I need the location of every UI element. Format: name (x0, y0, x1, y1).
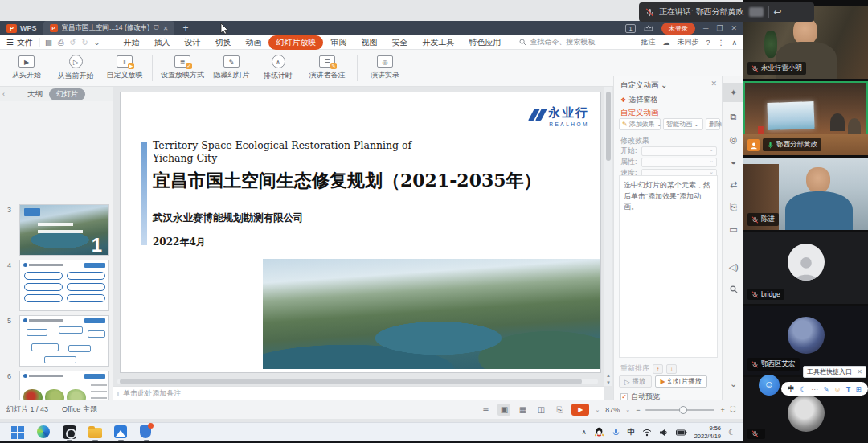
volume-icon[interactable] (659, 429, 669, 437)
delete-effect-button[interactable]: 删除 (706, 118, 720, 130)
start-button[interactable] (11, 425, 25, 439)
notes-toggle-icon[interactable]: ≣ (479, 404, 492, 416)
shapes-pane-icon[interactable]: ◎ (723, 129, 744, 149)
new-tab-button[interactable]: + (182, 23, 188, 34)
scroll-up-icon[interactable]: ▲ (604, 373, 612, 378)
fit-screen-icon[interactable]: ⛶ (731, 405, 735, 414)
zoom-in-icon[interactable]: + (720, 406, 724, 414)
flip-pane-icon[interactable]: ⧉ (723, 107, 744, 126)
slides-tab[interactable]: 幻灯片 (49, 88, 85, 100)
panel-close-icon[interactable]: ✕ (710, 80, 717, 88)
login-button[interactable]: 未登录 (661, 23, 695, 35)
notes-bar[interactable]: ‖ 单击此处添加备注 (113, 386, 604, 400)
copy-pane-icon[interactable]: ⎘ (723, 197, 744, 216)
notification-moon-icon[interactable]: ☾ (728, 428, 735, 437)
tab-home[interactable]: 开始 (116, 35, 146, 50)
ime-tooltip-close-icon[interactable]: ✕ (857, 368, 862, 375)
window-split-badge[interactable]: 1 (625, 24, 636, 33)
horizontal-scrollbar[interactable] (117, 378, 599, 385)
undo-icon[interactable]: ↺ (70, 38, 76, 47)
customize-quickbar-icon[interactable]: ⌄ (94, 38, 100, 47)
slideshow-play-button[interactable]: ▶ 幻灯片播放 (655, 375, 708, 388)
start-from-current-button[interactable]: ▷ 从当前开始 (50, 55, 101, 81)
theme-label[interactable]: Office 主题 (62, 404, 97, 415)
wps-app-menu[interactable]: P WPS (0, 24, 43, 33)
ime-toolbar[interactable]: 中 ☾ ⋯ ✎ ☺ T ⊞ (781, 382, 868, 396)
ime-pen-icon[interactable]: ✎ (823, 385, 829, 393)
microphone-tray-icon[interactable] (612, 428, 620, 437)
comment-button[interactable]: 批注 (641, 37, 655, 47)
wps-shield-icon[interactable] (140, 425, 154, 439)
slide-sorter-icon[interactable]: ▦ (516, 404, 529, 416)
reorder-up-button[interactable]: ↑ (653, 364, 663, 374)
slide-thumbnail-6[interactable] (19, 371, 109, 400)
video-tile-participant-4[interactable]: bridge (743, 232, 868, 304)
scroll-down-icon[interactable]: ▼ (604, 380, 612, 385)
wifi-icon[interactable] (642, 429, 652, 437)
slide-canvas[interactable]: 永业行 REALHOM Territory Space Ecological R… (121, 92, 600, 372)
play-options-icon[interactable]: ⌄ (595, 407, 600, 413)
slide-subtitle-en[interactable]: Territory Space Ecological Restoration P… (153, 139, 411, 166)
close-button[interactable]: ✕ (731, 24, 737, 32)
save-icon[interactable]: ▤ (45, 38, 52, 47)
setup-show-button[interactable]: ≣✓ 设置放映方式 (157, 55, 208, 80)
photos-app-icon[interactable] (114, 425, 128, 439)
slide-thumbnail-5[interactable] (19, 315, 109, 367)
command-search[interactable]: 查找命令、搜索模板 (519, 37, 595, 47)
play-animation-button[interactable]: ▷播放 (619, 375, 652, 388)
zoom-options-icon[interactable]: ⌄ (625, 407, 630, 413)
search-pane-icon[interactable] (723, 280, 744, 299)
print-icon[interactable]: ⎙ (58, 38, 64, 47)
minimize-button[interactable]: ─ (703, 24, 708, 32)
reading-view-icon[interactable]: ◫ (534, 404, 547, 416)
file-explorer-icon[interactable] (88, 425, 102, 439)
member-crown-icon[interactable] (644, 25, 653, 31)
collapse-ribbon-icon[interactable]: ∧ (731, 39, 737, 47)
tab-slideshow[interactable]: 幻灯片放映 (268, 35, 323, 50)
edge-browser-icon[interactable] (37, 425, 51, 439)
property-dropdown[interactable] (641, 158, 717, 167)
selection-pane-button[interactable]: ❖ 选择窗格 (620, 95, 657, 105)
battery-icon[interactable] (676, 429, 687, 436)
speaker-notes-button[interactable]: ☰✎ 演讲者备注 (301, 55, 353, 80)
slide-panorama-photo[interactable] (263, 259, 600, 369)
document-tab[interactable]: P 宜昌市国土空间...14 (修改中) ᗜ ✕ (43, 21, 175, 35)
speaker-pane-icon[interactable]: ◁) (723, 257, 744, 277)
tab-close-icon[interactable]: ✕ (163, 25, 169, 32)
tab-transitions[interactable]: 切换 (207, 35, 238, 50)
redo-icon[interactable]: ↻ (82, 38, 88, 47)
vertical-scrollbar[interactable]: ▲ ▼ (604, 87, 612, 386)
rehearse-timing-button[interactable]: ∧ 排练计时 (255, 55, 301, 81)
tray-expand-icon[interactable]: ∧ (582, 429, 587, 436)
tab-review[interactable]: 审阅 (323, 35, 354, 50)
transfer-pane-icon[interactable]: ⇄ (723, 174, 744, 194)
ime-moon-icon[interactable]: ☾ (800, 385, 806, 393)
normal-view-icon[interactable]: ▣ (497, 404, 510, 416)
animation-pane-icon[interactable]: ✦ (723, 83, 744, 102)
custom-show-button[interactable]: ‖▶ 自定义放映 (101, 55, 148, 80)
ime-mode-indicator[interactable]: 中 (788, 384, 795, 394)
hide-slide-button[interactable]: ✎ 隐藏幻灯片 (208, 55, 255, 80)
ime-more-icon[interactable]: ⋯ (811, 385, 818, 393)
tab-special-apps[interactable]: 特色应用 (461, 35, 508, 50)
ime-grid-icon[interactable]: ⊞ (856, 385, 862, 393)
projector-icon[interactable]: ⎘ (553, 404, 566, 416)
zoom-level[interactable]: 87% (605, 406, 620, 414)
auto-preview-checkbox[interactable]: ✓ 自动预览 (620, 392, 660, 402)
slide-thumbnail-4[interactable] (19, 260, 109, 311)
video-tile-participant-5[interactable]: 鄂西区艾宏 (743, 306, 868, 375)
start-dropdown[interactable] (641, 146, 717, 156)
slide-date[interactable]: 2022年4月 (153, 236, 206, 249)
help-icon[interactable]: ? (706, 39, 710, 47)
meeting-app-icon[interactable] (63, 425, 76, 439)
taskbar-clock[interactable]: 9:56 2022/4/19 (694, 425, 721, 440)
ime-indicator[interactable]: 中 (628, 427, 635, 437)
ime-logo-icon[interactable]: ☺ (759, 375, 780, 396)
sync-status[interactable]: 未同步 (677, 37, 698, 47)
tab-comment-icon[interactable]: ᗜ (154, 24, 159, 32)
qq-icon[interactable] (594, 427, 604, 437)
tab-design[interactable]: 设计 (177, 35, 207, 50)
video-tile-participant-2[interactable]: 鄂西分部黄政 (743, 81, 868, 155)
maximize-button[interactable]: ❐ (716, 24, 723, 32)
slideshow-start-button[interactable]: ▶ (571, 404, 589, 416)
